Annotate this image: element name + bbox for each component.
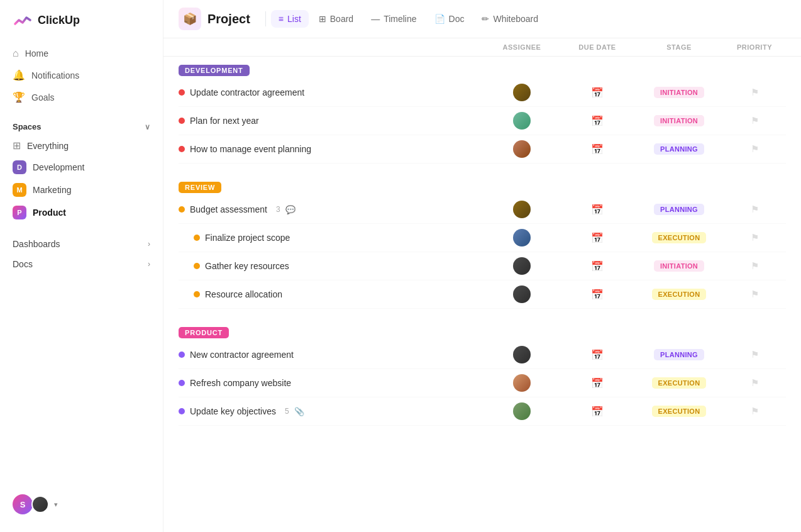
avatar [513, 402, 531, 420]
calendar-icon: 📅 [591, 349, 604, 361]
stage-badge: PLANNING [654, 349, 704, 360]
due-date-cell[interactable]: 📅 [560, 377, 635, 389]
table-header: ASSIGNEE DUE DATE STAGE PRIORITY [163, 38, 801, 57]
docs-label: Docs [13, 259, 33, 269]
sidebar-item-notifications[interactable]: 🔔 Notifications [5, 64, 158, 86]
sidebar-item-development[interactable]: D Development [5, 156, 158, 179]
development-badge: D [13, 160, 26, 174]
sidebar-item-label: Marketing [33, 185, 71, 195]
spaces-chevron-icon: ∨ [145, 123, 150, 131]
stage-cell: INITIATION [635, 260, 723, 272]
tab-list[interactable]: ≡ List [271, 10, 309, 28]
user-photo-avatar [31, 496, 49, 513]
user-profile[interactable]: S ▾ [0, 487, 163, 522]
task-name: Update key objectives 5 📎 [179, 406, 484, 416]
table-row[interactable]: Plan for next year 📅 INITIATION ⚑ [179, 107, 786, 135]
section-label-review: REVIEW [179, 182, 221, 193]
task-count: 3 [276, 205, 280, 214]
due-date-cell[interactable]: 📅 [560, 349, 635, 361]
spaces-header[interactable]: Spaces ∨ [5, 118, 158, 135]
task-title: Resource allocation [205, 289, 282, 299]
assignee-cell [484, 112, 560, 130]
tab-timeline[interactable]: — Timeline [363, 10, 424, 28]
task-list-content: DEVELOPMENT Update contractor agreement … [163, 57, 801, 532]
col-task [179, 43, 484, 51]
tab-doc[interactable]: 📄 Doc [427, 10, 472, 28]
due-date-cell[interactable]: 📅 [560, 406, 635, 418]
sidebar-item-label: Notifications [31, 70, 79, 80]
flag-icon: ⚑ [751, 406, 759, 417]
priority-cell: ⚑ [723, 406, 786, 417]
sidebar-item-home[interactable]: ⌂ Home [5, 43, 158, 64]
task-name: Gather key resources [194, 261, 484, 271]
due-date-cell[interactable]: 📅 [560, 204, 635, 216]
priority-cell: ⚑ [723, 377, 786, 389]
due-date-cell[interactable]: 📅 [560, 232, 635, 244]
sidebar-item-label: Everything [27, 141, 69, 151]
table-row[interactable]: Budget assessment 3 💬 📅 PLANNING ⚑ [179, 196, 786, 224]
task-title: Finalize project scope [205, 233, 290, 243]
sidebar-item-marketing[interactable]: M Marketing [5, 179, 158, 201]
table-row[interactable]: How to manage event planning 📅 PLANNING … [179, 135, 786, 163]
tab-whiteboard[interactable]: ✏ Whiteboard [474, 10, 546, 28]
product-badge: P [13, 206, 26, 219]
tab-board[interactable]: ⊞ Board [311, 10, 361, 28]
priority-cell: ⚑ [723, 349, 786, 360]
task-name: Finalize project scope [194, 233, 484, 243]
due-date-cell[interactable]: 📅 [560, 143, 635, 155]
sidebar: ClickUp ⌂ Home 🔔 Notifications 🏆 Goals S… [0, 0, 163, 532]
sidebar-item-everything[interactable]: ⊞ Everything [5, 135, 158, 156]
task-name: Budget assessment 3 💬 [179, 204, 484, 214]
task-name: How to manage event planning [179, 144, 484, 154]
due-date-cell[interactable]: 📅 [560, 289, 635, 301]
calendar-icon: 📅 [591, 289, 604, 301]
section-label-development: DEVELOPMENT [179, 65, 250, 76]
task-name: Resource allocation [194, 289, 484, 299]
table-row[interactable]: New contractor agreement 📅 PLANNING ⚑ [179, 341, 786, 369]
col-stage: STAGE [635, 43, 723, 51]
stage-cell: EXECUTION [635, 232, 723, 243]
timeline-tab-icon: — [371, 14, 380, 24]
logo-area[interactable]: ClickUp [0, 10, 163, 43]
sidebar-item-dashboards[interactable]: Dashboards › [5, 234, 158, 254]
table-row[interactable]: Finalize project scope 📅 EXECUTION ⚑ [179, 224, 786, 252]
table-row[interactable]: Resource allocation 📅 EXECUTION ⚑ [179, 280, 786, 309]
due-date-cell[interactable]: 📅 [560, 87, 635, 99]
user-initial-avatar: S [13, 494, 33, 514]
priority-cell: ⚑ [723, 87, 786, 98]
assignee-cell [484, 201, 560, 218]
flag-icon: ⚑ [751, 87, 759, 98]
due-date-cell[interactable]: 📅 [560, 115, 635, 127]
project-title-area: 📦 Project [179, 8, 250, 30]
avatar [513, 229, 531, 247]
calendar-icon: 📅 [591, 115, 604, 127]
flag-icon: ⚑ [751, 143, 759, 155]
avatar [513, 257, 531, 275]
tab-list-label: List [287, 14, 301, 24]
table-row[interactable]: Update contractor agreement 📅 INITIATION… [179, 79, 786, 107]
sidebar-item-goals[interactable]: 🏆 Goals [5, 86, 158, 108]
task-dot-icon [179, 146, 185, 152]
due-date-cell[interactable]: 📅 [560, 260, 635, 272]
stage-badge: INITIATION [654, 115, 704, 126]
clickup-logo-icon [13, 10, 33, 30]
task-title: Update contractor agreement [190, 87, 304, 97]
section-development: DEVELOPMENT Update contractor agreement … [179, 64, 786, 163]
stage-badge: EXECUTION [652, 289, 707, 300]
priority-cell: ⚑ [723, 143, 786, 155]
stage-cell: EXECUTION [635, 406, 723, 417]
project-icon: 📦 [179, 8, 201, 30]
sidebar-item-docs[interactable]: Docs › [5, 254, 158, 274]
project-title: Project [207, 12, 250, 26]
stage-badge: EXECUTION [652, 232, 707, 243]
stage-cell: PLANNING [635, 349, 723, 360]
home-icon: ⌂ [13, 48, 19, 59]
top-nav: 📦 Project ≡ List ⊞ Board — Timeline 📄 Do… [163, 0, 801, 38]
flag-icon: ⚑ [751, 349, 759, 360]
table-row[interactable]: Gather key resources 📅 INITIATION ⚑ [179, 252, 786, 280]
doc-tab-icon: 📄 [434, 14, 445, 24]
table-row[interactable]: Update key objectives 5 📎 📅 EXECUTION ⚑ [179, 397, 786, 426]
table-row[interactable]: Refresh company website 📅 EXECUTION ⚑ [179, 369, 786, 397]
avatar [513, 285, 531, 303]
sidebar-item-product[interactable]: P Product [5, 201, 158, 224]
